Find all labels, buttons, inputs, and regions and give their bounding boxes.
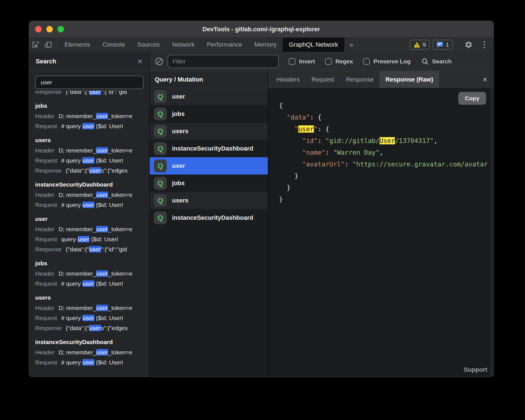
query-list-item-instancesecuritydashboard[interactable]: QinstanceSecurityDashboard (150, 209, 268, 226)
clear-block-icon[interactable] (155, 57, 164, 66)
result-value: # query user ($id: UserI (61, 313, 123, 323)
query-list-item-user[interactable]: Quser (150, 88, 268, 105)
inspector-body: { "data": { "user": { "id": "gid://gitla… (268, 88, 493, 377)
search-result-group-title[interactable]: users (35, 135, 149, 145)
search-result-group-title[interactable]: jobs (35, 258, 149, 269)
result-value: D; remember_user_token=e (59, 145, 132, 156)
invert-label: Invert (299, 58, 315, 65)
search-result-row[interactable]: Request# query user ($id: UserI (35, 313, 149, 323)
search-result-group-title[interactable]: jobs (35, 101, 149, 111)
query-list-item-label: instanceSecurityDashboard (172, 145, 253, 152)
result-request-label: Request (35, 234, 57, 244)
json-line: } (279, 182, 490, 194)
query-list-item-jobs[interactable]: Qjobs (150, 175, 268, 192)
support-link[interactable]: Support (464, 366, 487, 373)
devtools-tab-console[interactable]: Console (96, 38, 131, 52)
device-toolbar-icon (44, 41, 52, 49)
preserve-log-label: Preserve Log (373, 58, 411, 65)
inspector-close-icon[interactable]: × (477, 71, 493, 88)
search-result-group-title[interactable]: instanceSecurityDashboard (35, 337, 149, 347)
query-list-item-label: jobs (172, 180, 185, 187)
copy-button[interactable]: Copy (458, 92, 486, 105)
kebab-menu-icon (479, 41, 490, 48)
search-result-row[interactable]: Request# query user ($id: UserI (35, 121, 149, 131)
settings-button[interactable] (462, 40, 475, 49)
result-request-label: Request (35, 121, 57, 131)
query-list-title: Query / Mutation (155, 76, 203, 83)
search-result-row[interactable]: Request# query user ($id: UserI (35, 156, 149, 166)
search-result-group-title[interactable]: users (35, 292, 149, 303)
invert-checkbox[interactable] (289, 58, 295, 65)
filter-toolbar: InvertRegexPreserve Log Search (150, 52, 493, 71)
more-tabs-button[interactable]: » (344, 38, 358, 52)
search-result-group-title[interactable]: user (35, 214, 149, 224)
filter-input[interactable] (168, 55, 279, 68)
query-list-item-label: users (172, 128, 188, 135)
preserve-log-toggle[interactable]: Preserve Log (363, 58, 411, 65)
search-icon (421, 58, 429, 65)
inspector-tab-request[interactable]: Request (306, 71, 340, 88)
inspector-tab-headers[interactable]: Headers (271, 71, 306, 88)
devtools-tab-elements[interactable]: Elements (58, 38, 96, 52)
search-result-row[interactable]: HeaderD; remember_user_token=e (35, 347, 149, 357)
search-result-row[interactable]: Requestquery user ($id: UserI (35, 234, 149, 244)
search-result-row[interactable]: Request# query user ($id: UserI (35, 357, 149, 367)
search-result-row[interactable]: HeaderD; remember_user_token=e (35, 190, 149, 200)
search-result-row[interactable]: Request# query user ($id: UserI (35, 200, 149, 210)
inspector-tabs: HeadersRequestResponseResponse (Raw)× (268, 71, 493, 88)
query-list-header: Query / Mutation (150, 71, 268, 88)
messages-badge[interactable]: 1 (433, 40, 453, 50)
inspector-tab-response[interactable]: Response (340, 71, 380, 88)
result-value: D; remember_user_token=e (59, 269, 132, 279)
search-result-row[interactable]: Request# query user ($id: UserI (35, 279, 149, 289)
query-type-icon: Q (154, 159, 167, 172)
warning-count: 9 (423, 41, 426, 48)
search-panel-close-icon[interactable]: × (137, 57, 142, 66)
search-result-row[interactable]: Response{"data":{"users":{"edges (35, 323, 149, 333)
devtools-tab-sources[interactable]: Sources (131, 38, 166, 52)
search-result-row[interactable]: HeaderD; remember_user_token=e (35, 145, 149, 156)
warnings-badge[interactable]: 9 (410, 40, 430, 50)
search-input[interactable] (35, 76, 144, 89)
search-result-row[interactable]: Response{"data":{"user":{"id":"gid (35, 244, 149, 254)
search-result-row[interactable]: HeaderD; remember_user_token=e (35, 224, 149, 234)
result-value: {"data":{"user":{"id":"gid (66, 244, 127, 254)
inspector-tab-response-raw[interactable]: Response (Raw) (380, 71, 439, 88)
query-list-item-users[interactable]: Qusers (150, 123, 268, 140)
result-response-label: Response (35, 323, 62, 333)
search-result-row[interactable]: HeaderD; remember_user_token=e (35, 269, 149, 279)
query-type-icon: Q (154, 142, 167, 155)
query-list-item-users[interactable]: Qusers (150, 192, 268, 209)
invert-toggle[interactable]: Invert (289, 58, 315, 65)
query-list-item-label: instanceSecurityDashboard (172, 214, 253, 221)
query-list-item-jobs[interactable]: Qjobs (150, 105, 268, 123)
inspect-element-button[interactable] (29, 38, 42, 52)
search-result-group-title[interactable]: instanceSecurityDashboard (35, 179, 149, 190)
search-result-row[interactable]: Response{"data":{"users":{"edges (35, 166, 149, 176)
devtools-tab-graphql-network[interactable]: GraphQL Network (283, 38, 344, 52)
devtools-tab-network[interactable]: Network (166, 38, 201, 52)
query-list-item-user[interactable]: Quser (150, 157, 268, 175)
preserve-log-checkbox[interactable] (363, 58, 370, 65)
search-result-row[interactable]: HeaderD; remember_user_token=e (35, 111, 149, 121)
regex-checkbox[interactable] (325, 58, 332, 65)
json-line: "id": "gid://gitlab/User/13704317", (279, 135, 490, 147)
devtools-tab-performance[interactable]: Performance (201, 38, 248, 52)
search-tool-button[interactable]: Search (421, 58, 452, 65)
json-line: "data": { (279, 111, 490, 123)
scrollbar-track[interactable] (490, 88, 493, 377)
response-raw-json: { "data": { "user": { "id": "gid://gitla… (268, 88, 493, 205)
devtools-tab-memory[interactable]: Memory (248, 38, 283, 52)
query-type-icon: Q (154, 194, 167, 207)
devtools-window: DevTools - gitlab.com/-/graphql-explorer… (29, 21, 494, 377)
search-result-row[interactable]: HeaderD; remember_user_token=e (35, 303, 149, 313)
result-request-label: Request (35, 313, 57, 323)
result-value: D; remember_user_token=e (59, 190, 132, 200)
toggle-device-toolbar-button[interactable] (42, 38, 55, 52)
more-options-button[interactable] (478, 41, 491, 48)
result-response-label: Response (35, 166, 62, 176)
regex-toggle[interactable]: Regex (325, 58, 353, 65)
query-list-item-instancesecuritydashboard[interactable]: QinstanceSecurityDashboard (150, 140, 268, 157)
search-result-row[interactable]: Response{"data":{"user":{"id":"gid (35, 91, 149, 97)
query-type-icon: Q (154, 90, 167, 103)
